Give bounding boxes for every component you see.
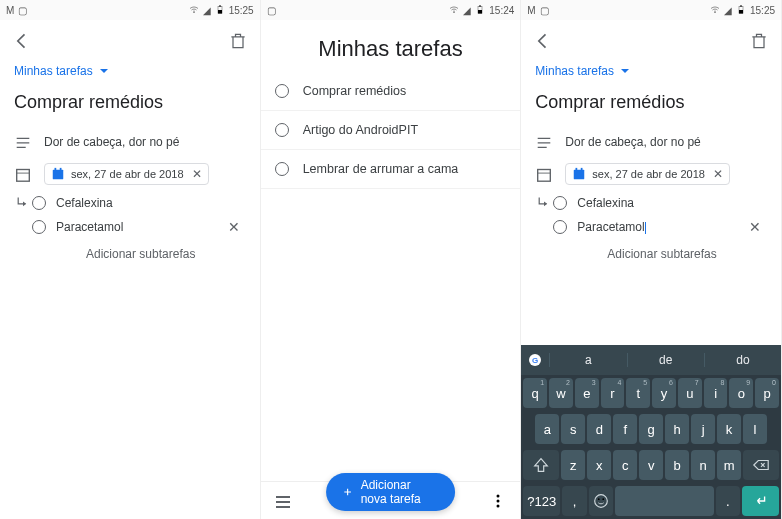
subtask-label: Cefalexina	[56, 196, 113, 210]
key-space[interactable]	[615, 486, 713, 516]
subtask-delete[interactable]: ✕	[749, 219, 767, 235]
add-subtask-button[interactable]: Adicionar subtarefas	[535, 239, 781, 261]
back-button[interactable]	[531, 29, 555, 53]
key-symbols[interactable]: ?123	[523, 486, 560, 516]
subtask-row[interactable]: Cefalexina	[14, 191, 260, 215]
task-item[interactable]: Artigo do AndroidPIT	[261, 111, 521, 150]
date-chip[interactable]: sex, 27 de abr de 2018 ✕	[565, 163, 730, 185]
delete-button[interactable]	[226, 29, 250, 53]
subtask-row[interactable]: Paracetamol ✕	[14, 215, 260, 239]
list-selector[interactable]: Minhas tarefas	[521, 62, 781, 84]
key-r[interactable]: r4	[601, 378, 625, 408]
key-v[interactable]: v	[639, 450, 663, 480]
battery-icon	[736, 5, 746, 15]
screen-task-detail: M▢ ◢ 15:25 Minhas tarefas Comprar remédi…	[0, 0, 261, 519]
subtask-checkbox[interactable]	[32, 196, 46, 210]
key-q[interactable]: q1	[523, 378, 547, 408]
subtask-input[interactable]: Paracetamol	[577, 220, 645, 234]
plus-icon	[342, 484, 353, 500]
subtask-indent-icon	[535, 195, 553, 211]
key-emoji[interactable]	[589, 486, 614, 516]
description-row[interactable]: Dor de cabeça, dor no pé	[521, 127, 781, 157]
key-g[interactable]: g	[639, 414, 663, 444]
calendar-icon	[14, 165, 32, 183]
google-icon[interactable]: G	[521, 352, 549, 368]
suggestion-word[interactable]: de	[627, 353, 704, 367]
subtask-checkbox[interactable]	[553, 196, 567, 210]
key-u[interactable]: u7	[678, 378, 702, 408]
key-period[interactable]: .	[716, 486, 741, 516]
subtask-row[interactable]: Cefalexina	[535, 191, 781, 215]
more-button[interactable]	[488, 491, 508, 511]
task-checkbox[interactable]	[275, 123, 289, 137]
key-s[interactable]: s	[561, 414, 585, 444]
key-x[interactable]: x	[587, 450, 611, 480]
date-chip[interactable]: sex, 27 de abr de 2018 ✕	[44, 163, 209, 185]
task-label: Artigo do AndroidPIT	[303, 123, 418, 137]
key-i[interactable]: i8	[704, 378, 728, 408]
task-item[interactable]: Lembrar de arrumar a cama	[261, 150, 521, 189]
screen-task-list: ▢ ◢ 15:24 Minhas tarefas Comprar remédio…	[261, 0, 522, 519]
date-chip-clear[interactable]: ✕	[192, 167, 202, 181]
key-n[interactable]: n	[691, 450, 715, 480]
add-subtask-button[interactable]: Adicionar subtarefas	[14, 239, 260, 261]
status-bar: M▢ ◢ 15:25	[521, 0, 781, 20]
key-enter[interactable]	[742, 486, 779, 516]
battery-icon	[215, 5, 225, 15]
task-list: Comprar remédios Artigo do AndroidPIT Le…	[261, 72, 521, 189]
key-comma[interactable]: ,	[562, 486, 587, 516]
image-icon: ▢	[18, 5, 27, 16]
fab-label: Adicionar nova tarefa	[361, 478, 440, 506]
key-o[interactable]: o9	[729, 378, 753, 408]
back-button[interactable]	[10, 29, 34, 53]
key-w[interactable]: w2	[549, 378, 573, 408]
task-checkbox[interactable]	[275, 162, 289, 176]
add-task-fab[interactable]: Adicionar nova tarefa	[326, 473, 456, 511]
subtask-delete[interactable]: ✕	[228, 219, 246, 235]
key-z[interactable]: z	[561, 450, 585, 480]
subtask-checkbox[interactable]	[553, 220, 567, 234]
date-chip-text: sex, 27 de abr de 2018	[71, 168, 184, 180]
subtasks-section: Cefalexina Paracetamol ✕ Adicionar subta…	[0, 191, 260, 261]
key-b[interactable]: b	[665, 450, 689, 480]
calendar-fill-icon	[572, 167, 586, 181]
chevron-down-icon	[99, 68, 109, 74]
signal-icon: ◢	[724, 5, 732, 16]
key-c[interactable]: c	[613, 450, 637, 480]
key-t[interactable]: t5	[626, 378, 650, 408]
date-row: sex, 27 de abr de 2018 ✕	[521, 157, 781, 191]
image-icon: ▢	[540, 5, 549, 16]
key-backspace[interactable]	[743, 450, 779, 480]
subtask-row-editing[interactable]: Paracetamol ✕	[535, 215, 781, 239]
key-p[interactable]: p0	[755, 378, 779, 408]
delete-button[interactable]	[747, 29, 771, 53]
key-k[interactable]: k	[717, 414, 741, 444]
key-f[interactable]: f	[613, 414, 637, 444]
key-shift[interactable]	[523, 450, 559, 480]
key-d[interactable]: d	[587, 414, 611, 444]
signal-icon: ◢	[203, 5, 211, 16]
chevron-down-icon	[620, 68, 630, 74]
status-bar: M▢ ◢ 15:25	[0, 0, 260, 20]
key-j[interactable]: j	[691, 414, 715, 444]
suggestion-word[interactable]: do	[704, 353, 781, 367]
list-selector[interactable]: Minhas tarefas	[0, 62, 260, 84]
task-item[interactable]: Comprar remédios	[261, 72, 521, 111]
key-m[interactable]: m	[717, 450, 741, 480]
subtask-checkbox[interactable]	[32, 220, 46, 234]
calendar-icon	[535, 165, 553, 183]
key-y[interactable]: y6	[652, 378, 676, 408]
description-row[interactable]: Dor de cabeça, dor no pé	[0, 127, 260, 157]
date-chip-clear[interactable]: ✕	[713, 167, 723, 181]
suggestion-word[interactable]: a	[549, 353, 626, 367]
key-e[interactable]: e3	[575, 378, 599, 408]
task-checkbox[interactable]	[275, 84, 289, 98]
battery-icon	[475, 5, 485, 15]
key-a[interactable]: a	[535, 414, 559, 444]
key-h[interactable]: h	[665, 414, 689, 444]
task-title[interactable]: Comprar remédios	[0, 84, 260, 127]
menu-button[interactable]	[273, 491, 293, 511]
task-title[interactable]: Comprar remédios	[521, 84, 781, 127]
text-cursor	[645, 222, 646, 234]
key-l[interactable]: l	[743, 414, 767, 444]
